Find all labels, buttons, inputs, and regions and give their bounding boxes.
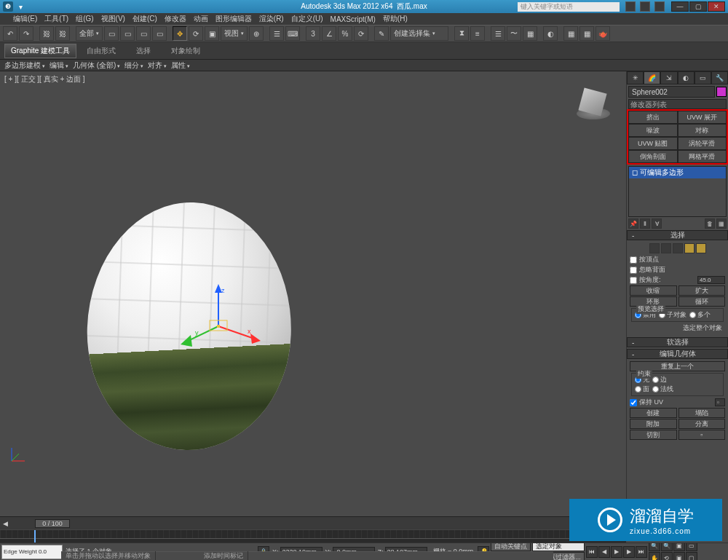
edge-icon[interactable] [661, 243, 671, 253]
close-button[interactable]: ✕ [708, 1, 725, 12]
modifier-list-dropdown[interactable]: 修改器列表 [628, 99, 727, 109]
ribbon-selection[interactable]: 选择 [126, 46, 161, 56]
menu-maxscript[interactable]: MAXScript(M) [331, 15, 376, 23]
tab-display[interactable]: ▭ [695, 71, 711, 84]
polygon-icon[interactable] [684, 243, 695, 253]
detach-button[interactable]: 分离 [678, 419, 726, 429]
modifier-stack[interactable]: 可编辑多边形 [628, 166, 727, 217]
ignore-backfacing-checkbox[interactable] [630, 267, 637, 274]
by-angle-checkbox[interactable] [630, 277, 637, 284]
stack-editable-poly[interactable]: 可编辑多边形 [629, 167, 726, 178]
unlink-button[interactable]: ⛓ [55, 26, 70, 41]
rotate-button[interactable]: ⟳ [189, 26, 203, 41]
maximize-button[interactable]: ▢ [689, 1, 707, 12]
cons-normal-radio[interactable] [652, 386, 659, 393]
viewcube[interactable] [575, 86, 612, 122]
object-sphere[interactable] [83, 199, 296, 454]
redo-button[interactable]: ↷ [19, 26, 33, 41]
track-bar[interactable] [0, 529, 626, 543]
sr-polymodel[interactable]: 多边形建模 [4, 60, 45, 71]
viewport-label[interactable]: [ + ][ 正交 ][ 真实 + 边面 ] [4, 74, 85, 84]
mod-uvw-map[interactable]: UVW 贴图 [628, 137, 678, 150]
menu-group[interactable]: 组(G) [76, 14, 93, 24]
prev-frame-icon[interactable]: ◀ [598, 546, 610, 558]
help-icon[interactable] [654, 1, 665, 12]
ribbon-objectpaint[interactable]: 对象绘制 [161, 46, 210, 56]
time-slider[interactable]: ◀ 0 / 100 [0, 516, 626, 529]
ref-coord-system[interactable]: 视图▾ [221, 26, 248, 41]
mod-bevel-profile[interactable]: 倒角剖面 [628, 150, 678, 163]
minimize-button[interactable]: — [671, 1, 689, 12]
rollout-editgeometry-header[interactable]: 编辑几何体 [627, 349, 728, 359]
stack-config-icon[interactable]: ▦ [716, 218, 727, 229]
selected-filter[interactable]: 选定对象 [532, 543, 585, 551]
stack-unique-icon[interactable]: ∀ [652, 218, 662, 229]
ribbon-freeform[interactable]: 自由形式 [76, 46, 126, 56]
border-icon[interactable] [673, 243, 683, 253]
collapse-button[interactable]: 塌陷 [678, 408, 726, 418]
undo-button[interactable]: ↶ [3, 26, 17, 41]
render-button[interactable]: 🫖 [596, 26, 610, 41]
maximize-viewport-icon[interactable]: ▣ [673, 552, 685, 560]
percent-snap-button[interactable]: % [338, 26, 352, 41]
create-button[interactable]: 创建 [630, 408, 677, 418]
sr-geometry[interactable]: 几何体 (全部) [73, 60, 120, 71]
stack-show-icon[interactable]: Ⅱ [640, 218, 650, 229]
preserve-uv-checkbox[interactable] [630, 399, 637, 406]
zoom-all-icon[interactable]: 🔍 [661, 543, 673, 551]
mod-meshsmooth[interactable]: 网格平滑 [678, 150, 727, 163]
stack-remove-icon[interactable]: 🗑 [705, 218, 715, 229]
infocenter-icon[interactable] [625, 1, 636, 12]
manip-button[interactable]: ☰ [269, 26, 284, 41]
min-max-icon[interactable]: ▢ [686, 552, 697, 560]
tab-create[interactable]: ✳ [627, 71, 644, 84]
sr-align[interactable]: 对齐 [148, 60, 167, 71]
spinner-snap-button[interactable]: ⟳ [354, 26, 368, 41]
script-listener[interactable]: Edge Weight 0.0 [1, 545, 63, 559]
orbit-icon[interactable]: ⟲ [661, 552, 673, 560]
select-whole-object[interactable]: 选定整个对象 [633, 323, 722, 333]
cons-face-radio[interactable] [635, 386, 641, 393]
move-button[interactable]: ✥ [173, 26, 187, 41]
pan-icon[interactable]: ✋ [649, 552, 660, 560]
help-search-input[interactable]: 键入关键字或短语 [518, 2, 620, 12]
cons-edge-radio[interactable] [652, 376, 659, 383]
fov-icon[interactable]: ▭ [686, 543, 697, 551]
snap-button[interactable]: 3 [306, 26, 320, 41]
menu-rendering[interactable]: 渲染(R) [259, 14, 284, 24]
window-crossing-button[interactable]: ▭ [152, 26, 167, 41]
object-color-swatch[interactable] [716, 87, 727, 97]
menu-views[interactable]: 视图(V) [101, 14, 125, 24]
material-editor-button[interactable]: ◐ [543, 26, 558, 41]
goto-end-icon[interactable]: ⏭ [636, 546, 647, 558]
curve-editor-button[interactable]: 〜 [507, 26, 521, 41]
app-icon[interactable]: ❸ [3, 1, 13, 12]
preserve-uv-settings[interactable]: ▫ [715, 398, 725, 406]
menu-edit[interactable]: 编辑(E) [13, 14, 37, 24]
loop-button[interactable]: 循环 [678, 296, 726, 307]
rendered-frame-button[interactable]: ▦ [579, 26, 594, 41]
graphite-tab[interactable]: Graphite 建模工具 [4, 44, 76, 58]
rollout-softselection-header[interactable]: 软选择 [627, 337, 728, 347]
editnamed-button[interactable]: ✎ [374, 26, 389, 41]
mod-noise[interactable]: 噪波 [628, 124, 678, 137]
grow-button[interactable]: 扩大 [678, 285, 726, 296]
keymode-button[interactable]: ⌨ [285, 26, 300, 41]
menu-create[interactable]: 创建(C) [132, 14, 157, 24]
schematic-button[interactable]: ▦ [523, 26, 537, 41]
viewport[interactable]: [ + ][ 正交 ][ 真实 + 边面 ] z x y [0, 71, 626, 516]
preview-multi-radio[interactable] [689, 312, 696, 318]
time-tag-field[interactable]: 添加时间标记 [199, 551, 248, 560]
pivot-button[interactable]: ⊕ [249, 26, 264, 41]
tab-hierarchy[interactable]: ⇲ [660, 71, 677, 84]
star-icon[interactable] [640, 1, 650, 12]
select-name-button[interactable]: ▭ [120, 26, 135, 41]
attach-button[interactable]: 附加 [630, 419, 677, 429]
object-name-field[interactable]: Sphere002 [628, 86, 715, 98]
mod-extrude[interactable]: 挤出 [628, 111, 678, 124]
zoom-ext-icon[interactable]: ▣ [673, 543, 685, 551]
tab-utilities[interactable]: 🔧 [711, 71, 728, 84]
next-frame-icon[interactable]: ▶ [623, 546, 635, 558]
stack-pin-icon[interactable]: 📌 [628, 218, 638, 229]
sr-subdiv[interactable]: 细分 [124, 60, 143, 71]
